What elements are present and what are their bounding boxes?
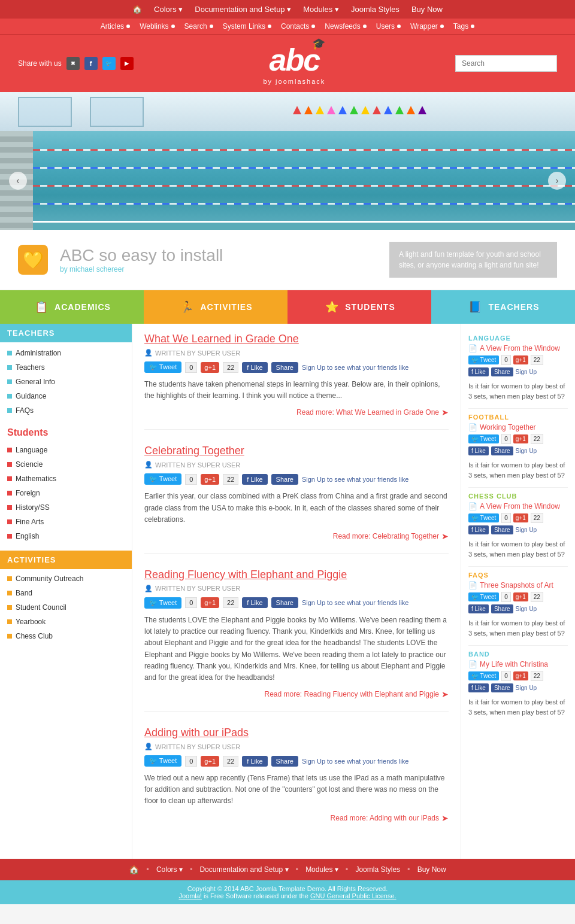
nav-articles[interactable]: Articles [101,22,130,31]
nav-tags[interactable]: Tags [453,22,474,31]
rs-article-band-link[interactable]: 📄My Life with Christina [468,660,568,668]
article-2-title[interactable]: Celebrating Together [144,445,449,457]
tab-students[interactable]: ⭐ STUDENTS [288,290,431,324]
rs-gplus-button[interactable]: g+1 [513,355,528,364]
share-icon-social1[interactable]: ✖ [66,57,80,70]
footer-nav-modules[interactable]: Modules ▾ [305,865,338,874]
license-link[interactable]: GNU General Public License. [310,892,397,899]
rs-gplus-button[interactable]: g+1 [513,434,528,443]
rs-fb-share-button[interactable]: Share [491,367,513,376]
joomla-link[interactable]: Joomla! [178,892,202,899]
nav-colors[interactable]: Colors ▾ [154,5,183,14]
search-input[interactable] [455,55,557,72]
sidebar-item-general-info[interactable]: General Info [0,375,132,389]
tweet-button[interactable]: 🐦 Tweet [144,473,181,485]
nav-system-links[interactable]: System Links [223,22,271,31]
rs-fb-like-button[interactable]: f Like [468,525,489,534]
rs-tweet-button[interactable]: 🐦 Tweet [468,513,499,522]
article-3-title[interactable]: Reading Fluency with Elephant and Piggie [144,569,449,581]
fb-signup-link[interactable]: Sign Up to see what your friends like [302,758,409,765]
sidebar-item-administration[interactable]: Administration [0,346,132,360]
fb-like-button[interactable]: f Like [242,362,267,373]
nav-documentation[interactable]: Documentation and Setup ▾ [195,5,291,14]
article-3-read-more[interactable]: Read more: Reading Fluency with Elephant… [144,689,449,699]
sidebar-item-teachers[interactable]: Teachers [0,360,132,375]
fb-signup-link[interactable]: Sign Up to see what your friends like [302,364,409,371]
rs-fb-share-button[interactable]: Share [491,683,513,692]
tab-academics[interactable]: 📋 ACADEMICS [0,290,144,324]
nav-wrapper[interactable]: Wrapper [410,22,444,31]
gplus-button[interactable]: g+1 [201,597,219,608]
sidebar-item-yearbook[interactable]: Yearbook [0,615,132,629]
rs-signup-link[interactable]: Sign Up [516,606,537,612]
rs-signup-link[interactable]: Sign Up [516,685,537,691]
nav-users[interactable]: Users [376,22,401,31]
gplus-button[interactable]: g+1 [201,362,219,373]
nav-buy-now[interactable]: Buy Now [411,5,443,14]
footer-home-link[interactable]: 🏠 [129,865,139,874]
nav-modules[interactable]: Modules ▾ [303,5,339,14]
nav-contacts[interactable]: Contacts [281,22,315,31]
footer-nav-joomla-styles[interactable]: Joomla Styles [355,865,400,874]
nav-joomla-styles[interactable]: Joomla Styles [351,5,400,14]
fb-share-button[interactable]: Share [271,597,298,608]
share-icon-facebook[interactable]: f [84,57,98,70]
rs-tweet-button[interactable]: 🐦 Tweet [468,355,499,364]
sidebar-item-english[interactable]: English [0,529,132,543]
rs-gplus-button[interactable]: g+1 [513,671,528,680]
sidebar-item-fine-arts[interactable]: Fine Arts [0,515,132,529]
nav-search[interactable]: Search [184,22,213,31]
sidebar-item-sciencie[interactable]: Sciencie [0,457,132,472]
rs-gplus-button[interactable]: g+1 [513,513,528,522]
rs-article-chess-link[interactable]: 📄A View From the Window [468,502,568,510]
rs-fb-like-button[interactable]: f Like [468,683,489,692]
sidebar-item-guidance[interactable]: Guidance [0,389,132,403]
article-4-title[interactable]: Adding with our iPads [144,727,449,739]
sidebar-item-student-council[interactable]: Student Council [0,600,132,615]
fb-like-button[interactable]: f Like [242,474,267,485]
sidebar-item-community-outreach[interactable]: Community Outreach [0,572,132,586]
rs-fb-like-button[interactable]: f Like [468,604,489,613]
sidebar-item-band[interactable]: Band [0,586,132,600]
footer-nav-buy-now[interactable]: Buy Now [417,865,446,874]
rs-signup-link[interactable]: Sign Up [516,448,537,454]
sidebar-item-history[interactable]: History/SS [0,500,132,515]
fb-like-button[interactable]: f Like [242,597,267,608]
sidebar-item-chess-club[interactable]: Chess Club [0,629,132,643]
fb-share-button[interactable]: Share [271,756,298,767]
nav-newsfeeds[interactable]: Newsfeeds [325,22,366,31]
rs-fb-like-button[interactable]: f Like [468,446,489,455]
article-1-title[interactable]: What We Learned in Grade One [144,333,449,345]
tweet-button[interactable]: 🐦 Tweet [144,755,181,767]
hero-next-button[interactable]: › [548,172,566,190]
rs-gplus-button[interactable]: g+1 [513,592,528,601]
rs-fb-share-button[interactable]: Share [491,604,513,613]
rs-tweet-button[interactable]: 🐦 Tweet [468,434,499,443]
home-nav-link[interactable]: 🏠 [132,5,142,14]
rs-fb-like-button[interactable]: f Like [468,367,489,376]
fb-signup-link[interactable]: Sign Up to see what your friends like [302,599,409,606]
rs-tweet-button[interactable]: 🐦 Tweet [468,592,499,601]
tab-teachers[interactable]: 📘 TEACHERS [431,290,575,324]
sidebar-item-faqs[interactable]: FAQs [0,403,132,418]
rs-signup-link[interactable]: Sign Up [516,527,537,533]
fb-share-button[interactable]: Share [271,474,298,485]
hero-prev-button[interactable]: ‹ [9,172,27,190]
tweet-button[interactable]: 🐦 Tweet [144,361,181,373]
rs-tweet-button[interactable]: 🐦 Tweet [468,671,499,680]
rs-article-working-link[interactable]: 📄Working Together [468,423,568,431]
sidebar-item-foreign[interactable]: Foreign [0,486,132,500]
article-1-read-more[interactable]: Read more: What We Learned in Grade One … [144,408,449,417]
share-icon-youtube[interactable]: ▶ [120,57,134,70]
footer-nav-colors[interactable]: Colors ▾ [156,865,183,874]
tab-activities[interactable]: 🏃 ACTIVITIES [144,290,288,324]
footer-nav-documentation[interactable]: Documentation and Setup ▾ [199,865,288,874]
fb-signup-link[interactable]: Sign Up to see what your friends like [302,476,409,483]
gplus-button[interactable]: g+1 [201,474,219,485]
share-icon-twitter[interactable]: 🐦 [102,57,116,70]
rs-signup-link[interactable]: Sign Up [516,369,537,375]
sidebar-item-language[interactable]: Language [0,443,132,457]
fb-like-button[interactable]: f Like [242,756,267,767]
tweet-button[interactable]: 🐦 Tweet [144,597,181,609]
gplus-button[interactable]: g+1 [201,756,219,767]
